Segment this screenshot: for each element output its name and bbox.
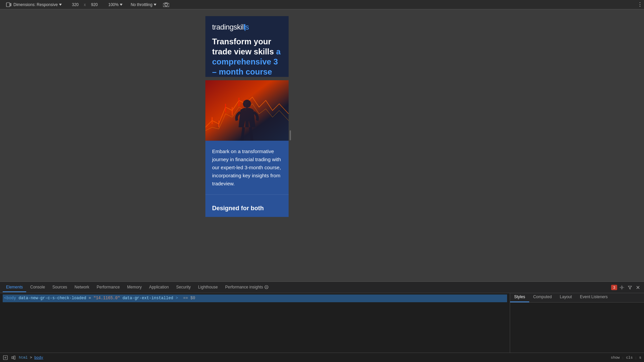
- devtools-toolbar: Dimensions: Responsive 320 x 920 100% No…: [0, 0, 644, 9]
- devtools-tabs: Elements Console Sources Network Perform…: [0, 282, 644, 293]
- filter-icon[interactable]: [627, 284, 633, 291]
- html-line-body[interactable]: <body data-new-gr-c-s-check-loaded = "14…: [3, 295, 507, 302]
- devtools-panel: Elements Console Sources Network Perform…: [0, 281, 644, 362]
- device-selector[interactable]: Dimensions: Responsive: [13, 2, 62, 7]
- description-section: Embark on a transformative journey in fi…: [205, 141, 289, 194]
- toolbar-left: Dimensions: Responsive 320 x 920 100% No…: [0, 1, 644, 8]
- elements-tree: <body data-new-gr-c-s-check-loaded = "14…: [0, 293, 510, 353]
- preview-area: tradingskills Transform your trade view …: [0, 9, 644, 281]
- throttle-label: No throttling: [131, 2, 152, 7]
- s-text: s: [639, 356, 641, 360]
- hero-section: Transform your trade view skills a compr…: [205, 37, 289, 77]
- tab-computed[interactable]: Computed: [529, 293, 556, 302]
- screenshot-icon[interactable]: [163, 1, 169, 8]
- tab-layout[interactable]: Layout: [556, 293, 576, 302]
- x-separator: x: [84, 2, 86, 7]
- height-input[interactable]: 920: [89, 2, 100, 7]
- dim-separator: [64, 2, 67, 7]
- mobile-preview-viewport: tradingskills Transform your trade view …: [205, 16, 289, 255]
- tab-styles[interactable]: Styles: [510, 293, 529, 302]
- tab-elements[interactable]: Elements: [3, 283, 26, 292]
- right-panel-tabs: Styles Computed Layout Event Listeners: [510, 293, 644, 303]
- tab-event-listeners[interactable]: Event Listeners: [576, 293, 612, 302]
- resize-handle[interactable]: [289, 16, 292, 255]
- tab-performance[interactable]: Performance: [93, 283, 123, 292]
- svg-point-11: [265, 285, 268, 289]
- tab-security[interactable]: Security: [173, 283, 194, 292]
- site-header: tradingskills: [205, 16, 289, 37]
- elements-panel: <body data-new-gr-c-s-check-loaded = "14…: [0, 293, 644, 353]
- tab-lighthouse[interactable]: Lighthouse: [195, 283, 221, 292]
- svg-point-12: [621, 286, 623, 288]
- next-section: Designed for both: [205, 194, 289, 217]
- tab-console[interactable]: Console: [27, 283, 48, 292]
- close-devtools-icon[interactable]: [635, 284, 641, 291]
- settings-icon[interactable]: [618, 284, 625, 291]
- svg-rect-1: [10, 3, 11, 6]
- hero-title-plain: Transform your trade view skills: [212, 37, 276, 56]
- tab-performance-insights[interactable]: Performance insights: [222, 283, 272, 292]
- tab-sources[interactable]: Sources: [49, 283, 70, 292]
- tab-application[interactable]: Application: [146, 283, 172, 292]
- device-label: Dimensions: Responsive: [13, 2, 58, 7]
- show-text: show: [611, 356, 620, 360]
- site-logo: tradingskills: [212, 23, 282, 32]
- chart-background: [205, 80, 289, 141]
- throttle-dropdown-icon: [154, 4, 156, 6]
- zoom-label: 100%: [108, 2, 119, 7]
- svg-rect-0: [6, 3, 10, 7]
- description-text: Embark on a transformative journey in fi…: [212, 147, 282, 188]
- body-breadcrumb[interactable]: body: [34, 356, 43, 360]
- hero-image: [205, 80, 289, 141]
- logo-s: s: [245, 23, 249, 31]
- more-options-icon[interactable]: ⋮: [637, 1, 643, 8]
- trader-silhouette: [232, 97, 262, 141]
- device-dropdown-icon: [59, 4, 62, 6]
- status-right: show : cls : s: [611, 356, 641, 360]
- throttle-selector[interactable]: No throttling: [131, 2, 156, 7]
- tab-memory[interactable]: Memory: [124, 283, 145, 292]
- console-breadcrumb: html > body: [19, 356, 608, 360]
- badge-count[interactable]: 3: [611, 285, 617, 290]
- next-section-title: Designed for both: [212, 200, 282, 212]
- tab-network[interactable]: Network: [71, 283, 93, 292]
- inspect-icon[interactable]: [3, 355, 8, 360]
- status-bar: html > body show : cls : s: [0, 353, 644, 362]
- tabs-right-icons: 3: [611, 284, 641, 291]
- width-input[interactable]: 320: [69, 2, 81, 7]
- right-panel: Styles Computed Layout Event Listeners: [510, 293, 644, 353]
- zoom-dropdown-icon: [120, 4, 122, 6]
- svg-point-10: [243, 100, 251, 108]
- svg-point-2: [165, 3, 167, 6]
- cls-text: cls: [626, 356, 633, 360]
- logo-text-plain: tradingskil: [212, 23, 244, 31]
- device-toggle-icon[interactable]: [11, 355, 16, 360]
- performance-insights-icon: [264, 285, 268, 289]
- handle-bar: [290, 130, 291, 140]
- hero-title: Transform your trade view skills a compr…: [212, 37, 282, 77]
- zoom-selector[interactable]: 100%: [108, 2, 123, 7]
- device-icon[interactable]: [5, 1, 12, 8]
